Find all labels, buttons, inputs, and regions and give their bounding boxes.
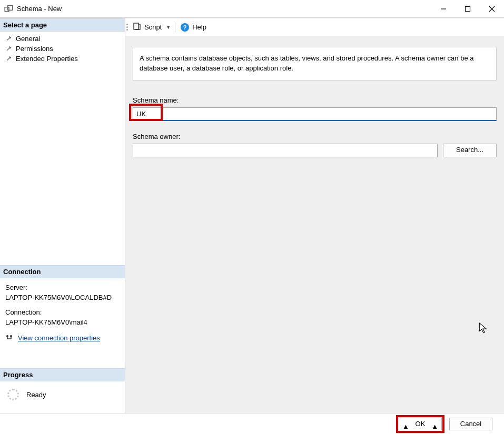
page-item-label: Extended Properties [16,55,78,63]
maximize-button[interactable] [456,0,480,17]
page-item-extended-properties[interactable]: Extended Properties [0,54,125,64]
wrench-icon [5,45,13,53]
schema-owner-label: Schema owner: [133,133,497,140]
server-label: Server: [5,282,120,293]
dialog-footer: OK ▲▲ Cancel [0,413,504,434]
connection-header: Connection [0,265,125,278]
schema-form: Schema name: Schema owner: Search... [125,80,504,157]
svg-rect-3 [466,6,470,11]
server-value: LAPTOP-KK75M6V0\LOCALDB#D [5,292,120,303]
help-label: Help [192,23,206,31]
title-bar: Schema - New [0,0,504,18]
mouse-cursor-icon [479,322,488,334]
schema-name-input[interactable] [133,107,497,121]
progress-spinner-icon [7,389,19,400]
app-icon [4,4,14,14]
script-dropdown-caret[interactable]: ▼ [166,25,174,30]
schema-name-label: Schema name: [133,96,497,104]
help-icon: ? [181,23,189,32]
wrench-icon [5,35,13,43]
script-label: Script [144,23,162,31]
svg-rect-0 [5,7,9,11]
view-connection-properties-link[interactable]: View connection properties [18,333,100,344]
svg-rect-8 [134,23,139,29]
connection-label: Connection: [5,307,120,318]
content-panel: Script ▼ ? Help A schema contains databa… [125,18,504,413]
connection-value: LAPTOP-KK75M6V0\mail4 [5,317,120,328]
window-title: Schema - New [17,5,431,13]
description-box: A schema contains database objects, such… [133,47,497,80]
page-list: General Permissions Extended Properties [0,32,125,66]
wrench-icon [5,55,13,63]
ok-label: OK [416,420,426,428]
sidebar: Select a page General Permissions Extend… [0,18,125,413]
script-icon [133,22,141,32]
ok-button[interactable]: OK ▲▲ [399,418,442,430]
svg-point-7 [10,335,12,337]
window-controls [431,0,504,17]
close-button[interactable] [480,0,504,17]
page-item-label: General [16,35,40,43]
help-button[interactable]: ? Help [176,18,211,36]
page-item-general[interactable]: General [0,34,125,44]
page-item-label: Permissions [16,45,53,53]
cancel-label: Cancel [460,420,481,428]
minimize-button[interactable] [431,0,456,17]
progress-body: Ready [0,381,125,413]
svg-rect-1 [8,5,13,10]
svg-point-6 [6,335,8,337]
page-item-permissions[interactable]: Permissions [0,44,125,54]
schema-owner-input[interactable] [133,144,438,157]
connection-properties-icon [5,334,14,342]
progress-header: Progress [0,368,125,381]
connection-body: Server: LAPTOP-KK75M6V0\LOCALDB#D Connec… [0,278,125,348]
search-button[interactable]: Search... [443,144,497,157]
script-button[interactable]: Script [129,18,166,36]
content-toolbar: Script ▼ ? Help [125,18,504,36]
separator [175,22,175,33]
progress-status: Ready [26,391,46,399]
cancel-button[interactable]: Cancel [449,418,492,430]
select-page-header: Select a page [0,18,125,32]
